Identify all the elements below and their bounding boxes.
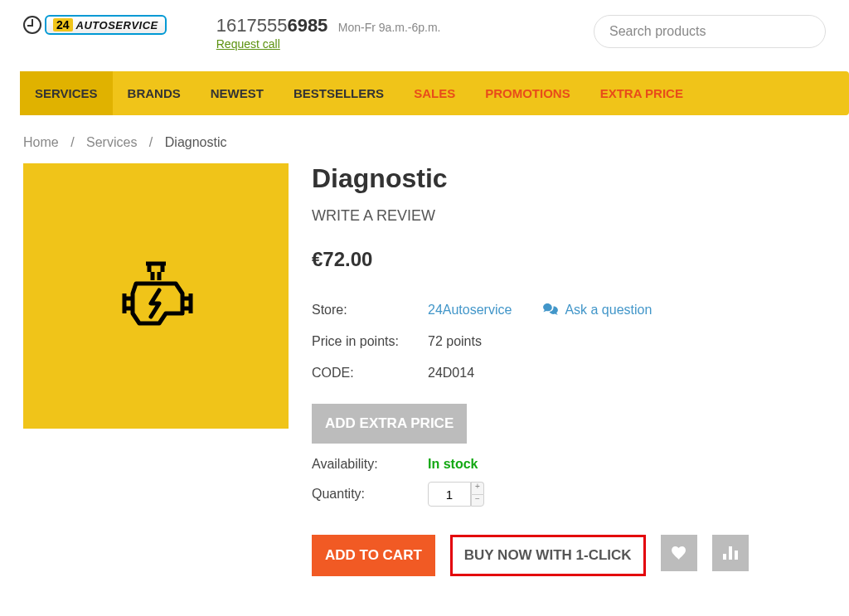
availability-label: Availability: xyxy=(312,457,428,472)
product-title: Diagnostic xyxy=(312,163,826,194)
chat-icon xyxy=(543,303,558,317)
nav-services[interactable]: SERVICES xyxy=(20,71,113,115)
product-image[interactable] xyxy=(23,163,289,429)
wishlist-button[interactable] xyxy=(661,535,697,571)
quantity-label: Quantity: xyxy=(312,487,428,502)
ask-question-link[interactable]: Ask a question xyxy=(543,303,652,318)
quantity-input[interactable] xyxy=(428,482,471,507)
bar-chart-icon xyxy=(723,546,738,560)
main-nav: SERVICES BRANDS NEWEST BESTSELLERS SALES… xyxy=(20,71,849,115)
code-label: CODE: xyxy=(312,366,428,381)
business-hours: Mon-Fr 9a.m.-6p.m. xyxy=(338,21,441,34)
store-label: Store: xyxy=(312,303,428,318)
breadcrumb-sep: / xyxy=(70,135,74,149)
heart-icon xyxy=(672,546,686,560)
breadcrumb-current: Diagnostic xyxy=(165,135,227,149)
buy-now-button[interactable]: BUY NOW WITH 1-CLICK xyxy=(450,535,646,576)
add-to-cart-button[interactable]: ADD TO CART xyxy=(312,535,435,576)
site-logo[interactable]: 24 AUTOSERVICE xyxy=(23,15,167,35)
store-link[interactable]: 24Autoservice xyxy=(428,303,512,318)
nav-sales[interactable]: SALES xyxy=(399,71,470,115)
quantity-increment[interactable]: + xyxy=(471,482,484,494)
svg-rect-0 xyxy=(723,554,726,560)
nav-bestsellers[interactable]: BESTSELLERS xyxy=(279,71,399,115)
search-input[interactable] xyxy=(594,15,826,48)
quantity-decrement[interactable]: − xyxy=(471,494,484,507)
write-review-link[interactable]: WRITE A REVIEW xyxy=(312,207,435,225)
availability-value: In stock xyxy=(428,457,478,472)
breadcrumb: Home / Services / Diagnostic xyxy=(0,115,849,163)
logo-text: AUTOSERVICE xyxy=(76,19,158,32)
engine-icon xyxy=(114,259,197,333)
breadcrumb-services[interactable]: Services xyxy=(86,135,137,149)
product-price: €72.00 xyxy=(312,248,826,271)
breadcrumb-sep: / xyxy=(149,135,153,149)
nav-extra-price[interactable]: EXTRA PRICE xyxy=(585,71,698,115)
logo-badge: 24 AUTOSERVICE xyxy=(45,15,167,35)
request-call-link[interactable]: Request call xyxy=(216,37,280,51)
breadcrumb-home[interactable]: Home xyxy=(23,135,59,149)
points-label: Price in points: xyxy=(312,334,428,349)
add-extra-price-button[interactable]: ADD EXTRA PRICE xyxy=(312,404,467,444)
nav-promotions[interactable]: PROMOTIONS xyxy=(470,71,585,115)
logo-number: 24 xyxy=(53,18,73,32)
ask-question-label: Ask a question xyxy=(565,303,652,318)
compare-button[interactable] xyxy=(712,535,749,571)
nav-newest[interactable]: NEWEST xyxy=(196,71,279,115)
phone-number: 16175556985 xyxy=(216,15,328,36)
svg-rect-2 xyxy=(735,551,738,560)
code-value: 24D014 xyxy=(428,366,474,381)
svg-rect-1 xyxy=(729,546,732,560)
nav-brands[interactable]: BRANDS xyxy=(113,71,196,115)
points-value: 72 points xyxy=(428,334,482,349)
clock-icon xyxy=(23,16,41,34)
